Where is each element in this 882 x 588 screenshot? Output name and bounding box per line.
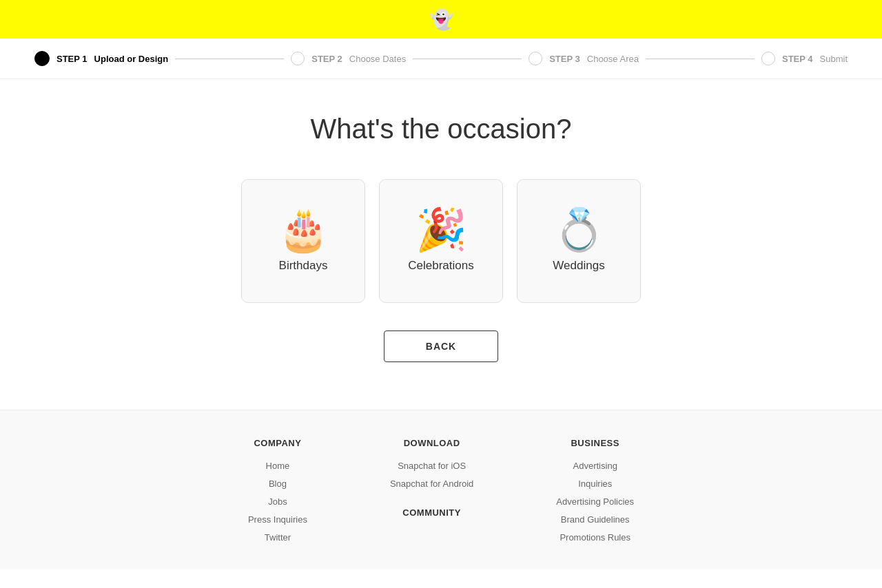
step-4-label: Submit [820, 54, 848, 64]
footer-download-col: DOWNLOAD Snapchat for iOS Snapchat for A… [390, 438, 473, 549]
step-4-group: STEP 4 Submit [755, 52, 854, 65]
back-button[interactable]: BACK [384, 330, 498, 362]
celebrations-card-label: Celebrations [408, 259, 473, 273]
footer-link-promotions-rules[interactable]: Promotions Rules [556, 531, 634, 543]
footer-link-brand-guidelines[interactable]: Brand Guidelines [556, 513, 634, 525]
footer-link-jobs[interactable]: Jobs [248, 495, 307, 507]
step-2-dot [291, 52, 305, 65]
footer-download-heading: DOWNLOAD [390, 438, 473, 448]
step-1-dot [34, 51, 50, 66]
footer-download-links: Snapchat for iOS Snapchat for Android [390, 459, 473, 490]
footer-link-press[interactable]: Press Inquiries [248, 513, 307, 525]
step-2-group: STEP 2 Choose Dates [284, 52, 413, 65]
footer-link-inquiries[interactable]: Inquiries [556, 477, 634, 490]
step-2-number: STEP 2 [311, 54, 342, 64]
footer-business-col: BUSINESS Advertising Inquiries Advertisi… [556, 438, 634, 549]
footer-business-links: Advertising Inquiries Advertising Polici… [556, 459, 634, 543]
footer-link-advertising-policies[interactable]: Advertising Policies [556, 495, 634, 507]
snapchat-logo-icon: 👻 [429, 8, 453, 31]
step-1-group: STEP 1 Upload or Design [28, 51, 175, 66]
site-header: 👻 [0, 0, 882, 39]
step-2-label: Choose Dates [349, 54, 406, 64]
footer-link-blog[interactable]: Blog [248, 477, 307, 490]
page-title: What's the occasion? [311, 114, 572, 145]
occasion-cards-container: 🎂 Birthdays 🎉 Celebrations 💍 Weddings [241, 179, 641, 303]
weddings-emoji-icon: 💍 [553, 209, 605, 251]
site-footer: COMPANY Home Blog Jobs Press Inquiries T… [0, 410, 882, 569]
birthday-card[interactable]: 🎂 Birthdays [241, 179, 365, 303]
step-3-number: STEP 3 [549, 54, 580, 64]
birthday-card-label: Birthdays [279, 259, 328, 273]
footer-link-advertising[interactable]: Advertising [556, 459, 634, 472]
footer-link-home[interactable]: Home [248, 459, 307, 472]
footer-link-twitter[interactable]: Twitter [248, 531, 307, 543]
footer-link-ios[interactable]: Snapchat for iOS [390, 459, 473, 472]
step-4-number: STEP 4 [782, 54, 813, 64]
step-3-dot [529, 52, 542, 65]
footer-link-android[interactable]: Snapchat for Android [390, 477, 473, 490]
progress-bar: STEP 1 Upload or Design STEP 2 Choose Da… [0, 39, 882, 79]
celebrations-emoji-icon: 🎉 [416, 209, 467, 251]
main-content: What's the occasion? 🎂 Birthdays 🎉 Celeb… [0, 79, 882, 410]
footer-community-heading: COMMUNITY [390, 507, 473, 518]
footer-company-heading: COMPANY [248, 438, 307, 448]
step-1-number: STEP 1 [57, 54, 88, 64]
footer-inner: COMPANY Home Blog Jobs Press Inquiries T… [96, 438, 786, 549]
step-3-group: STEP 3 Choose Area [522, 52, 646, 65]
step-3-label: Choose Area [587, 54, 639, 64]
step-4-dot [761, 52, 775, 65]
celebrations-card[interactable]: 🎉 Celebrations [379, 179, 503, 303]
footer-company-links: Home Blog Jobs Press Inquiries Twitter [248, 459, 307, 543]
weddings-card[interactable]: 💍 Weddings [517, 179, 641, 303]
birthday-emoji-icon: 🎂 [278, 209, 329, 251]
step-1-label: Upload or Design [94, 54, 169, 64]
weddings-card-label: Weddings [553, 259, 604, 273]
footer-company-col: COMPANY Home Blog Jobs Press Inquiries T… [248, 438, 307, 549]
footer-business-heading: BUSINESS [556, 438, 634, 448]
steps-container: STEP 1 Upload or Design STEP 2 Choose Da… [28, 51, 854, 66]
progress-line [83, 59, 799, 59]
